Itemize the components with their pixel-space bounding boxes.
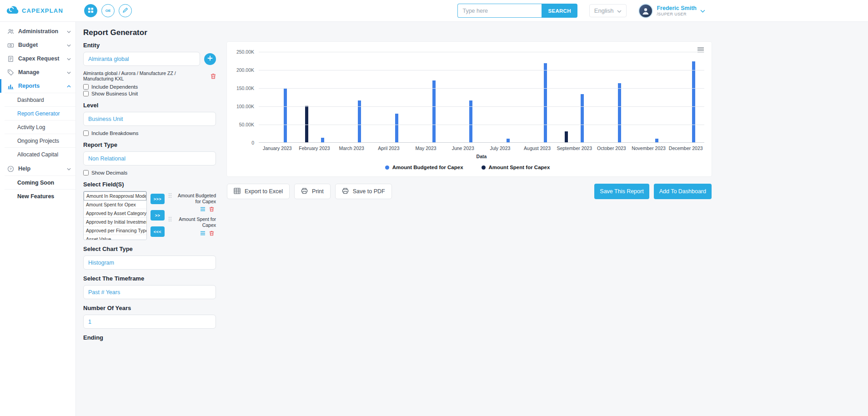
report-form[interactable]: Entity Almiranta global / Aurora / Manuf… bbox=[83, 42, 220, 344]
chart-type-input[interactable] bbox=[83, 256, 216, 270]
bar[interactable] bbox=[692, 61, 695, 142]
legend-item[interactable]: Amount Budgeted for Capex bbox=[385, 165, 463, 170]
show-decimals-checkbox[interactable]: Show Decimals bbox=[83, 170, 216, 175]
entity-input[interactable] bbox=[83, 52, 200, 66]
bar[interactable] bbox=[284, 89, 287, 142]
document-icon bbox=[7, 55, 14, 62]
sidebar-item-capex-request[interactable]: Capex Request bbox=[0, 52, 75, 65]
field-options-icon[interactable] bbox=[200, 231, 206, 236]
delete-entity-icon[interactable] bbox=[211, 73, 216, 79]
include-breakdowns-checkbox-input[interactable] bbox=[83, 130, 89, 136]
list-item[interactable]: Amount In Reapproval Mode bbox=[84, 191, 146, 200]
bar[interactable] bbox=[655, 139, 658, 142]
sidebar-item-report-generator[interactable]: Report Generator bbox=[5, 106, 75, 120]
tag-icon bbox=[7, 69, 14, 76]
level-input[interactable] bbox=[83, 112, 216, 126]
sidebar-item-dashboard[interactable]: Dashboard bbox=[5, 93, 75, 106]
sidebar-item-budget[interactable]: Budget bbox=[0, 38, 75, 52]
bar[interactable] bbox=[305, 106, 308, 142]
years-label: Number Of Years bbox=[83, 305, 216, 311]
avatar bbox=[638, 4, 653, 18]
list-item[interactable]: Approved by Asset Category bbox=[84, 209, 146, 218]
entity-path: Almiranta global / Aurora / Manufacture … bbox=[83, 70, 207, 81]
list-item[interactable]: Approved per Financing Type bbox=[84, 226, 146, 235]
bar[interactable] bbox=[565, 131, 568, 142]
printer-icon bbox=[301, 188, 308, 195]
move-all-left-button[interactable]: <<< bbox=[151, 226, 165, 237]
list-item[interactable]: Approved by Initial Investment Type bbox=[84, 218, 146, 226]
drag-handle-icon[interactable] bbox=[168, 193, 172, 200]
years-input[interactable] bbox=[83, 315, 216, 329]
x-tick-label: June 2023 bbox=[444, 145, 482, 151]
delete-field-icon[interactable] bbox=[209, 206, 214, 212]
app-window: CAPEXPLAN OE SEARCH English bbox=[0, 0, 868, 416]
brand-logo[interactable]: CAPEXPLAN bbox=[0, 6, 76, 15]
available-fields-list[interactable]: Amount In Reapproval Mode Amount Spent f… bbox=[83, 191, 147, 240]
list-item[interactable]: Asset Value bbox=[84, 235, 146, 240]
include-breakdowns-checkbox[interactable]: Include Breakdowns bbox=[83, 130, 216, 136]
bar-group bbox=[444, 52, 482, 142]
bar[interactable] bbox=[507, 139, 510, 142]
bar[interactable] bbox=[544, 63, 547, 142]
print-button[interactable]: Print bbox=[294, 184, 331, 199]
show-decimals-checkbox-input[interactable] bbox=[83, 170, 89, 175]
save-report-button[interactable]: Save This Report bbox=[594, 184, 649, 199]
move-all-right-button[interactable]: >>> bbox=[151, 194, 165, 204]
bar[interactable] bbox=[581, 94, 584, 142]
show-business-unit-checkbox[interactable]: Show Business Unit bbox=[83, 91, 216, 96]
ending-label: Ending bbox=[83, 334, 216, 341]
report-type-label: Report Type bbox=[83, 141, 216, 148]
selected-fields-list: Amount Budgeted for Capex Amount Spent f… bbox=[168, 191, 216, 239]
page-title: Report Generator bbox=[83, 28, 712, 37]
user-menu[interactable]: Frederic Smith /SUPER USER bbox=[638, 4, 705, 18]
money-icon bbox=[7, 42, 14, 49]
sidebar-item-activity-log[interactable]: Activity Log bbox=[5, 120, 75, 134]
chart-legend: Amount Budgeted for CapexAmount Spent fo… bbox=[231, 165, 704, 170]
x-tick-label: July 2023 bbox=[482, 145, 519, 151]
timeframe-label: Select The Timeframe bbox=[83, 275, 216, 282]
sidebar-item-ongoing-projects[interactable]: Ongoing Projects bbox=[5, 134, 75, 147]
legend-item[interactable]: Amount Spent for Capex bbox=[482, 165, 550, 170]
include-dependents-checkbox-input[interactable] bbox=[83, 84, 89, 90]
x-tick-label: September 2023 bbox=[556, 145, 593, 151]
drag-handle-icon[interactable] bbox=[168, 216, 172, 223]
edit-button[interactable] bbox=[119, 4, 132, 17]
bar[interactable] bbox=[618, 83, 621, 142]
sidebar-item-coming-soon[interactable]: Coming Soon bbox=[5, 175, 75, 189]
sidebar-item-manage[interactable]: Manage bbox=[0, 65, 75, 79]
report-type-input[interactable] bbox=[83, 151, 216, 165]
delete-field-icon[interactable] bbox=[209, 231, 214, 236]
search-input[interactable] bbox=[457, 4, 542, 18]
sidebar-item-help[interactable]: ? Help bbox=[0, 162, 75, 175]
search-button[interactable]: SEARCH bbox=[542, 4, 577, 18]
chevron-down-icon bbox=[617, 7, 622, 14]
report-actions: Export to Excel Print Save to PDF bbox=[227, 184, 712, 199]
y-axis: 050.00K100.00K150.00K200.00K250.00K bbox=[231, 52, 259, 143]
field-options-icon[interactable] bbox=[200, 206, 206, 212]
selected-field[interactable]: Amount Spent for Capex bbox=[168, 216, 216, 228]
add-to-dashboard-button[interactable]: Add To Dashboard bbox=[654, 184, 712, 199]
sidebar-item-allocated-capital[interactable]: Allocated Capital bbox=[5, 147, 75, 161]
oe-button[interactable]: OE bbox=[101, 4, 115, 17]
sidebar-item-administration[interactable]: Administration bbox=[0, 25, 75, 38]
export-excel-button[interactable]: Export to Excel bbox=[227, 184, 290, 199]
sidebar-item-new-features[interactable]: New Features bbox=[5, 189, 75, 203]
language-select[interactable]: English bbox=[589, 4, 627, 17]
users-icon bbox=[7, 28, 14, 35]
show-business-unit-checkbox-input[interactable] bbox=[83, 91, 89, 96]
x-tick-label: August 2023 bbox=[519, 145, 556, 151]
selected-field[interactable]: Amount Budgeted for Capex bbox=[168, 193, 216, 205]
timeframe-input[interactable] bbox=[83, 285, 216, 299]
sidebar-item-reports[interactable]: Reports bbox=[0, 79, 75, 93]
include-dependents-checkbox[interactable]: Include Dependents bbox=[83, 84, 216, 90]
bar[interactable] bbox=[432, 80, 436, 142]
bar[interactable] bbox=[321, 138, 324, 142]
list-item[interactable]: Amount Spent for Opex bbox=[84, 200, 146, 209]
bar[interactable] bbox=[395, 114, 398, 142]
apps-button[interactable] bbox=[84, 4, 97, 17]
legend-label: Amount Spent for Capex bbox=[489, 165, 550, 170]
move-right-button[interactable]: >> bbox=[151, 210, 165, 221]
x-axis-labels: January 2023February 2023March 2023April… bbox=[259, 143, 704, 151]
add-entity-button[interactable] bbox=[204, 53, 216, 65]
save-pdf-button[interactable]: Save to PDF bbox=[335, 184, 392, 199]
